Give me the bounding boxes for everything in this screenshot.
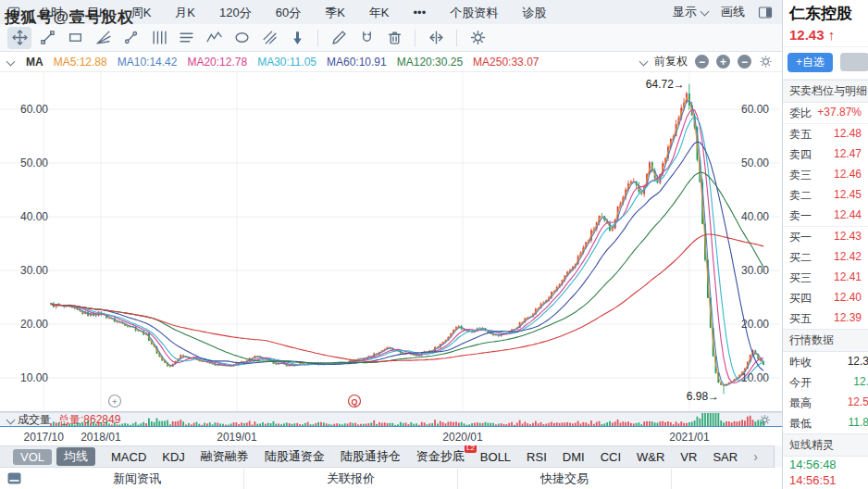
ask-row[interactable]: 卖五12.48 (783, 124, 868, 144)
collapse-icon[interactable]: − (738, 55, 751, 69)
indicator-tab-VR[interactable]: VR (680, 450, 697, 464)
bid-row[interactable]: 买五12.39 (783, 308, 868, 329)
quote-row[interactable]: 最高12.5 (783, 393, 868, 413)
indicator-tab-VOL[interactable]: VOL (13, 449, 52, 465)
indicator-tab-陆股通资金[interactable]: 陆股通资金 (265, 448, 325, 465)
vertical-lines-tool-icon[interactable] (146, 27, 170, 49)
ask-row[interactable]: 卖四12.47 (783, 144, 868, 165)
bid-row[interactable]: 买三12.41 (783, 268, 868, 288)
secondary-button[interactable] (840, 53, 868, 71)
indicator-tab-RSI[interactable]: RSI (527, 450, 547, 464)
tab-诊股[interactable]: 诊股 (510, 1, 558, 24)
fan-lines-tool-icon[interactable] (91, 27, 115, 49)
zoom-out-icon[interactable]: − (695, 55, 709, 69)
indicator-tab-CCI[interactable]: CCI (601, 450, 621, 464)
level-value: 11.8 (849, 416, 868, 432)
more-indicators-icon[interactable]: › (753, 449, 758, 464)
candlestick-chart[interactable]: 10.0010.0020.0020.0030.0030.0040.0040.00… (0, 72, 782, 412)
bottom-tab-新闻资讯[interactable]: 新闻资讯 (31, 469, 244, 489)
weibi-row: 委比 +37.87% (783, 103, 868, 123)
level-value: 12.46 (834, 168, 862, 183)
chevron-down-icon (701, 7, 710, 17)
quote-side-panel: 仁东控股 12.43 ↑ +自选 买卖档位与明细 委比 +37.87% 卖五12… (782, 0, 868, 489)
gann-lines-tool-icon[interactable] (174, 27, 198, 49)
tab-个股资料[interactable]: 个股资料 (438, 1, 510, 24)
quote-row[interactable]: 昨收12.3 (783, 352, 868, 372)
panel-toggle-icon[interactable] (758, 6, 773, 19)
level-label: 买一 (789, 230, 812, 245)
watermark: 搜狐号@壹号股权 (5, 6, 134, 28)
quote-row[interactable]: 今开12. (783, 372, 868, 393)
indicator-tab-BOLL[interactable]: BOLL (480, 450, 511, 464)
indicator-tab-DMI[interactable]: DMI (563, 450, 585, 464)
tab-年K[interactable]: 年K (357, 1, 402, 24)
quote-row[interactable]: 最低11.8 (783, 413, 868, 433)
arrow-marker-tool-icon[interactable] (285, 27, 309, 49)
ma-group-label[interactable]: MA (26, 56, 43, 69)
bottom-tab-关联报价[interactable]: 关联报价 (244, 469, 458, 489)
indicator-tab-均线[interactable]: 均线 (56, 447, 95, 466)
tab-60分[interactable]: 60分 (264, 1, 313, 24)
toolbar-divider (317, 30, 318, 46)
level-label: 卖一 (789, 208, 812, 224)
level-value: 12.40 (834, 291, 862, 307)
indicator-tab-资金抄底[interactable]: 资金抄底L2 (416, 448, 465, 465)
wave-tool-icon[interactable] (202, 27, 226, 49)
move-tool-icon[interactable] (7, 27, 31, 49)
x-axis-label: 2019/01 (205, 431, 269, 444)
bid-row[interactable]: 买一12.43 (783, 227, 868, 247)
ma-legend-item: MA120:30.25 (397, 56, 463, 69)
alert-item[interactable]: 14:56:51 (783, 472, 868, 488)
indicator-tab-W&R[interactable]: W&R (637, 450, 664, 464)
hatch-tool-icon[interactable] (257, 27, 281, 49)
trendline-tool-icon[interactable] (35, 27, 59, 49)
level-value: 12.44 (834, 208, 862, 224)
level-label: 买五 (789, 311, 812, 327)
toolbar-divider (415, 30, 415, 46)
zoom-in-icon[interactable]: + (716, 55, 730, 69)
level-label: 卖二 (789, 188, 812, 204)
indicator-tab-MACD[interactable]: MACD (111, 450, 146, 464)
svg-text:20.00: 20.00 (20, 318, 48, 331)
measure-tool-icon[interactable] (118, 27, 143, 49)
bottom-tab-快捷交易[interactable]: 快捷交易 (458, 469, 672, 489)
alert-item[interactable]: 14:56:48 (783, 457, 868, 472)
level-value: 12.3 (848, 355, 868, 370)
chart-settings-icon[interactable] (759, 55, 773, 69)
tab-•••[interactable]: ••• (402, 1, 439, 24)
toolbar-divider (456, 30, 457, 46)
indicator-tab-SAR[interactable]: SAR (713, 450, 738, 464)
indicator-tab-融资融券[interactable]: 融资融券 (201, 448, 249, 465)
x-axis-label: 2020/01 (430, 431, 495, 444)
settings-tool-icon[interactable] (465, 27, 490, 49)
ask-row[interactable]: 卖二12.45 (783, 185, 868, 206)
adjust-mode-menu[interactable]: 前复权 (654, 54, 688, 69)
svg-text:20.00: 20.00 (741, 318, 769, 331)
magnet-tool-icon[interactable] (354, 27, 378, 49)
tab-月K[interactable]: 月K (163, 1, 207, 24)
delete-tool-icon[interactable] (382, 27, 406, 49)
indicator-tab-KDJ[interactable]: KDJ (162, 450, 185, 464)
draw-line-menu[interactable]: 画线 (721, 4, 745, 20)
svg-text:10.00: 10.00 (741, 371, 769, 384)
x-axis-labels: 2017/102018/012019/012020/012021/01 (0, 429, 782, 445)
last-price: 12.43 ↑ (783, 24, 868, 47)
ma-legend-item: MA250:33.07 (473, 56, 539, 69)
ask-row[interactable]: 卖三12.46 (783, 165, 868, 185)
bid-row[interactable]: 买四12.40 (783, 288, 868, 308)
ask-row[interactable]: 卖一12.44 (783, 206, 868, 226)
add-watchlist-button[interactable]: +自选 (787, 53, 833, 72)
rect-tool-icon[interactable] (63, 27, 87, 49)
news-panel-icon[interactable] (7, 472, 21, 484)
indicator-tab-陆股通持仓[interactable]: 陆股通持仓 (341, 448, 401, 465)
expand-tool-icon[interactable] (424, 27, 448, 49)
pencil-tool-icon[interactable] (327, 27, 351, 49)
tab-120分[interactable]: 120分 (207, 1, 264, 24)
chevron-down-icon[interactable] (6, 57, 16, 67)
level-value: 12.42 (834, 250, 862, 266)
bid-row[interactable]: 买二12.42 (783, 247, 868, 268)
ellipse-tool-icon[interactable] (229, 27, 254, 49)
level-value: 12.48 (834, 127, 862, 143)
tab-季K[interactable]: 季K (313, 1, 357, 24)
display-menu[interactable]: 显示 (673, 4, 708, 20)
